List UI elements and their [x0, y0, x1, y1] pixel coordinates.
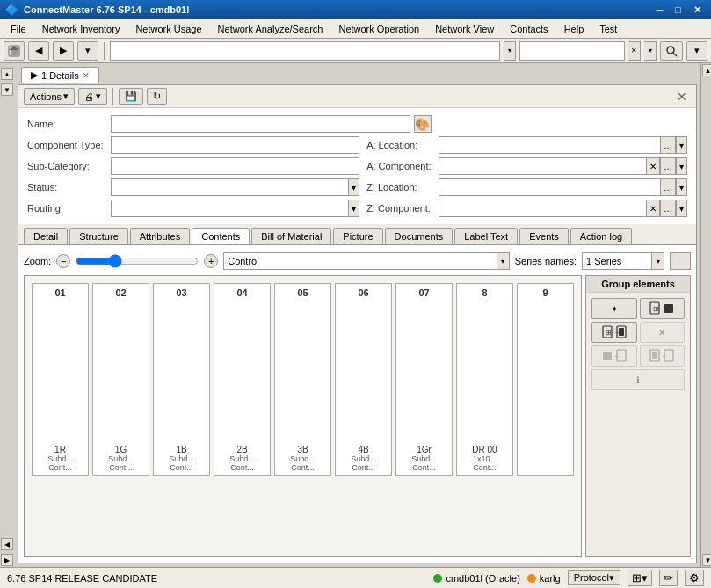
- z-component-clear-button[interactable]: ✕: [647, 200, 660, 217]
- group-btn-remove-cross[interactable]: ✕: [640, 322, 686, 343]
- cards-scroll-area[interactable]: 01 1R Subd... Cont... 02 1G Subd... Cont…: [24, 275, 582, 557]
- z-location-input[interactable]: SYD Loc A: [439, 178, 662, 196]
- sub-category-input[interactable]: Feeder: [111, 157, 359, 175]
- group-btn-move-to-group2[interactable]: ⊞→: [591, 322, 637, 343]
- a-component-arrow-button[interactable]: ▾: [676, 157, 687, 175]
- dropdown-nav-button[interactable]: ▾: [77, 41, 98, 61]
- refresh-button[interactable]: ↻: [147, 88, 167, 105]
- card-item[interactable]: 8 DR 00 1x10... Cont...: [456, 283, 513, 476]
- a-component-input[interactable]: [439, 157, 648, 175]
- group-btn-ungroup1[interactable]: ←: [591, 345, 637, 367]
- control-input[interactable]: Control: [223, 252, 497, 270]
- series-options-button[interactable]: [670, 252, 691, 270]
- z-component-input[interactable]: [439, 200, 648, 217]
- color-picker-button[interactable]: 🎨: [414, 115, 432, 133]
- card-item[interactable]: 05 3B Subd... Cont...: [274, 283, 331, 476]
- group-btn-add-to-group[interactable]: ⊞→: [640, 298, 686, 319]
- tab-picture[interactable]: Picture: [333, 228, 382, 244]
- statusbar-btn3[interactable]: ⚙: [685, 570, 704, 586]
- menu-network-usage[interactable]: Network Usage: [128, 22, 208, 36]
- group-btn-ungroup2[interactable]: ←: [640, 345, 686, 367]
- tab-events[interactable]: Events: [519, 228, 569, 244]
- menu-help[interactable]: Help: [557, 22, 591, 36]
- protocol-button[interactable]: Protocol▾: [568, 570, 620, 585]
- search-options-button[interactable]: ▾: [686, 41, 707, 61]
- tab-attributes[interactable]: Attributes: [130, 228, 190, 244]
- save-button[interactable]: 💾: [119, 88, 143, 105]
- tab-structure[interactable]: Structure: [69, 228, 128, 244]
- left-nav-down[interactable]: ▼: [1, 83, 13, 96]
- fecode-input[interactable]: FE003: [519, 41, 625, 61]
- menu-network-operation[interactable]: Network Operation: [331, 22, 426, 36]
- menu-test[interactable]: Test: [592, 22, 624, 36]
- close-button[interactable]: ✕: [689, 4, 706, 16]
- actions-button[interactable]: Actions ▾: [24, 88, 75, 105]
- fecode-dropdown-button[interactable]: ▾: [644, 41, 657, 61]
- tab-label-text[interactable]: Label Text: [454, 228, 518, 244]
- tab-contents[interactable]: Contents: [192, 228, 250, 244]
- menu-network-inventory[interactable]: Network Inventory: [35, 22, 127, 36]
- panel-close-button[interactable]: ✕: [673, 90, 691, 104]
- card-item[interactable]: 01 1R Subd... Cont...: [32, 283, 89, 476]
- tab-close-button[interactable]: ✕: [83, 71, 90, 80]
- a-location-dots-button[interactable]: …: [661, 136, 676, 154]
- series-dropdown-button[interactable]: ▾: [652, 252, 664, 270]
- z-component-dots-button[interactable]: …: [660, 200, 676, 217]
- fecode-clear-button[interactable]: ✕: [628, 41, 641, 61]
- z-location-dots-button[interactable]: …: [661, 178, 676, 196]
- z-component-arrow-button[interactable]: ▾: [676, 200, 687, 217]
- name-input[interactable]: FE 003: [111, 115, 410, 133]
- tab-action-log[interactable]: Action log: [570, 228, 632, 244]
- series-input[interactable]: 1 Series: [582, 252, 652, 270]
- card-item[interactable]: 9: [517, 283, 574, 476]
- routing-input[interactable]: -: [111, 200, 349, 217]
- routing-arrow-button[interactable]: ▾: [349, 200, 359, 217]
- z-location-arrow-button[interactable]: ▾: [676, 178, 687, 196]
- minimize-button[interactable]: ─: [652, 4, 668, 16]
- menu-contacts[interactable]: Contacts: [503, 22, 555, 36]
- left-nav-next[interactable]: ▶: [1, 554, 13, 566]
- card-item[interactable]: 06 4B Subd... Cont...: [335, 283, 392, 476]
- tab-documents[interactable]: Documents: [385, 228, 453, 244]
- card-item[interactable]: 07 1Gr Subd... Cont...: [395, 283, 453, 476]
- a-component-dots-button[interactable]: …: [660, 157, 676, 175]
- control-dropdown-button[interactable]: ▾: [497, 252, 510, 270]
- card-item[interactable]: 04 2B Subd... Cont...: [214, 283, 271, 476]
- tab-bill-of-material[interactable]: Bill of Material: [251, 228, 331, 244]
- statusbar-btn2[interactable]: ✏: [659, 570, 678, 586]
- address-dropdown-button[interactable]: ▾: [504, 41, 516, 61]
- menu-network-view[interactable]: Network View: [428, 22, 501, 36]
- scroll-up[interactable]: ▲: [702, 64, 712, 76]
- menu-file[interactable]: File: [4, 22, 33, 36]
- tab-detail[interactable]: Detail: [24, 228, 68, 244]
- a-component-clear-button[interactable]: ✕: [647, 157, 660, 175]
- group-btn-snowflake[interactable]: ✦: [591, 298, 637, 319]
- left-nav-prev[interactable]: ◀: [1, 538, 13, 550]
- a-location-arrow-button[interactable]: ▾: [676, 136, 687, 154]
- maximize-button[interactable]: □: [671, 4, 686, 16]
- status-arrow-button[interactable]: ▾: [349, 178, 359, 196]
- statusbar-btn1[interactable]: ⊞▾: [628, 570, 652, 586]
- a-location-input[interactable]: SYD Loc B: [439, 136, 662, 154]
- left-nav-up[interactable]: ▲: [1, 68, 13, 80]
- titlebar-controls[interactable]: ─ □ ✕: [652, 4, 706, 16]
- search-button[interactable]: [660, 41, 683, 61]
- home-button[interactable]: [4, 41, 25, 61]
- toolbar-sep1: [104, 42, 105, 60]
- zoom-plus-button[interactable]: +: [204, 254, 218, 268]
- print-button[interactable]: 🖨 ▾: [78, 88, 107, 105]
- card-item[interactable]: 03 1B Subd... Cont...: [153, 283, 210, 476]
- card-item[interactable]: 02 1G Subd... Cont...: [92, 283, 149, 476]
- status-input[interactable]: -: [111, 178, 349, 196]
- address-input[interactable]: [110, 41, 500, 61]
- zoom-minus-button[interactable]: −: [56, 254, 70, 268]
- component-type-input[interactable]: 9x14/10: [111, 136, 359, 154]
- menu-network-analyze[interactable]: Network Analyze/Search: [211, 22, 330, 36]
- scroll-down[interactable]: ▼: [702, 554, 712, 566]
- right-scrollbar[interactable]: ▲ ▼: [700, 63, 711, 567]
- back-button[interactable]: ◀: [28, 41, 49, 61]
- forward-button[interactable]: ▶: [53, 41, 74, 61]
- zoom-slider[interactable]: [76, 255, 199, 267]
- tab-1-details[interactable]: ▶ 1 Details ✕: [21, 67, 99, 83]
- group-btn-info[interactable]: ℹ: [591, 369, 685, 390]
